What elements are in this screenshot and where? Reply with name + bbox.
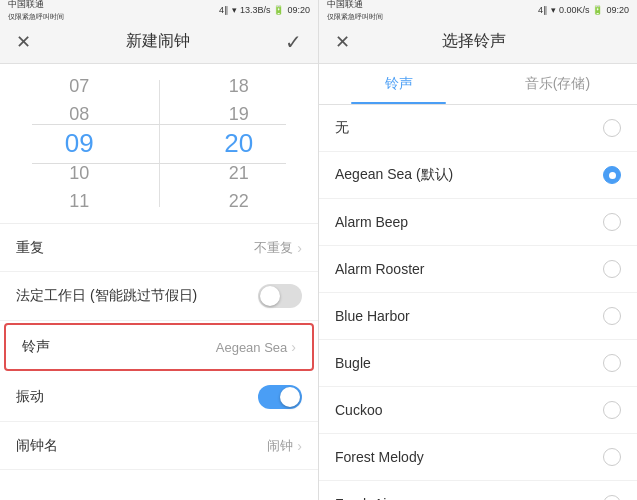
workday-label: 法定工作日 (智能跳过节假日)	[16, 287, 197, 305]
radio-fresh-air[interactable]	[603, 495, 621, 500]
left-carrier: 中国联通 仅限紧急呼叫时间	[8, 0, 64, 22]
workday-row[interactable]: 法定工作日 (智能跳过节假日)	[0, 272, 318, 321]
ringtone-name: Fresh Air	[335, 496, 391, 500]
ringtone-item-cuckoo[interactable]: Cuckoo	[319, 387, 637, 434]
right-page-title: 选择铃声	[442, 31, 506, 52]
vibrate-label: 振动	[16, 388, 44, 406]
repeat-row[interactable]: 重复 不重复 ›	[0, 224, 318, 272]
alarm-name-row[interactable]: 闹钟名 闹钟 ›	[0, 422, 318, 470]
toggle-knob	[260, 286, 280, 306]
hour-10: 10	[0, 159, 159, 187]
ringtone-list: 无 Aegean Sea (默认) Alarm Beep Alarm Roost…	[319, 105, 637, 500]
minute-column[interactable]: 18 19 20 21 22	[160, 72, 319, 215]
right-header: ✕ 选择铃声	[319, 20, 637, 64]
workday-toggle[interactable]	[258, 284, 302, 308]
radio-forest-melody[interactable]	[603, 448, 621, 466]
right-screen: 中国联通 仅限紧急呼叫时间 4∥ ▾ 0.00K/s 🔋 09:20 ✕ 选择铃…	[319, 0, 637, 500]
page-title: 新建闹钟	[126, 31, 190, 52]
radio-bugle[interactable]	[603, 354, 621, 372]
ringtone-item-none[interactable]: 无	[319, 105, 637, 152]
vibrate-toggle-knob	[280, 387, 300, 407]
radio-cuckoo[interactable]	[603, 401, 621, 419]
ringtone-name: Alarm Beep	[335, 214, 408, 230]
ringtone-name: Blue Harbor	[335, 308, 410, 324]
ringtone-item-alarm-beep[interactable]: Alarm Beep	[319, 199, 637, 246]
alarm-name-label: 闹钟名	[16, 437, 58, 455]
settings-section: 重复 不重复 › 法定工作日 (智能跳过节假日) 铃声 Aegean Sea ›…	[0, 224, 318, 500]
hour-08: 08	[0, 100, 159, 128]
right-carrier: 中国联通 仅限紧急呼叫时间	[327, 0, 383, 22]
vibrate-toggle[interactable]	[258, 385, 302, 409]
tabs-bar: 铃声 音乐(存储)	[319, 64, 637, 105]
hour-column[interactable]: 07 08 09 10 11	[0, 72, 159, 215]
tab-ringtone[interactable]: 铃声	[319, 64, 478, 104]
alarm-name-value: 闹钟 ›	[267, 437, 302, 455]
vibrate-row[interactable]: 振动	[0, 373, 318, 422]
radio-aegean[interactable]	[603, 166, 621, 184]
ringtone-row[interactable]: 铃声 Aegean Sea ›	[4, 323, 314, 371]
ringtone-item-forest-melody[interactable]: Forest Melody	[319, 434, 637, 481]
radio-blue-harbor[interactable]	[603, 307, 621, 325]
ringtone-name: Cuckoo	[335, 402, 382, 418]
ringtone-label: 铃声	[22, 338, 50, 356]
ringtone-chevron-icon: ›	[291, 339, 296, 355]
repeat-value: 不重复 ›	[254, 239, 302, 257]
left-status-bar: 中国联通 仅限紧急呼叫时间 4∥ ▾ 13.3B/s 🔋 09:20	[0, 0, 318, 20]
ringtone-value: Aegean Sea ›	[216, 339, 296, 355]
right-close-button[interactable]: ✕	[335, 31, 350, 53]
radio-alarm-beep[interactable]	[603, 213, 621, 231]
left-screen: 中国联通 仅限紧急呼叫时间 4∥ ▾ 13.3B/s 🔋 09:20 ✕ 新建闹…	[0, 0, 318, 500]
minute-22: 22	[160, 187, 319, 215]
tab-music[interactable]: 音乐(存储)	[478, 64, 637, 104]
hour-11: 11	[0, 187, 159, 215]
ringtone-item-bugle[interactable]: Bugle	[319, 340, 637, 387]
hour-09: 09	[0, 128, 159, 159]
right-status-bar: 中国联通 仅限紧急呼叫时间 4∥ ▾ 0.00K/s 🔋 09:20	[319, 0, 637, 20]
minute-21: 21	[160, 159, 319, 187]
left-header: ✕ 新建闹钟 ✓	[0, 20, 318, 64]
repeat-chevron-icon: ›	[297, 240, 302, 256]
radio-none[interactable]	[603, 119, 621, 137]
radio-alarm-rooster[interactable]	[603, 260, 621, 278]
ringtone-item-blue-harbor[interactable]: Blue Harbor	[319, 293, 637, 340]
ringtone-name: 无	[335, 119, 349, 137]
repeat-label: 重复	[16, 239, 44, 257]
time-picker[interactable]: 07 08 09 10 11 18 19 20 21 22	[0, 64, 318, 224]
ringtone-name: Alarm Rooster	[335, 261, 424, 277]
minute-19: 19	[160, 100, 319, 128]
left-status-right: 4∥ ▾ 13.3B/s 🔋 09:20	[219, 5, 310, 15]
hour-07: 07	[0, 72, 159, 100]
ringtone-name: Aegean Sea (默认)	[335, 166, 453, 184]
right-status-right: 4∥ ▾ 0.00K/s 🔋 09:20	[538, 5, 629, 15]
ringtone-name: Bugle	[335, 355, 371, 371]
minute-18: 18	[160, 72, 319, 100]
ringtone-item-fresh-air[interactable]: Fresh Air	[319, 481, 637, 500]
minute-20: 20	[160, 128, 319, 159]
close-button[interactable]: ✕	[16, 31, 31, 53]
ringtone-item-aegean[interactable]: Aegean Sea (默认)	[319, 152, 637, 199]
alarm-name-chevron-icon: ›	[297, 438, 302, 454]
ringtone-item-alarm-rooster[interactable]: Alarm Rooster	[319, 246, 637, 293]
ringtone-name: Forest Melody	[335, 449, 424, 465]
confirm-button[interactable]: ✓	[285, 30, 302, 54]
